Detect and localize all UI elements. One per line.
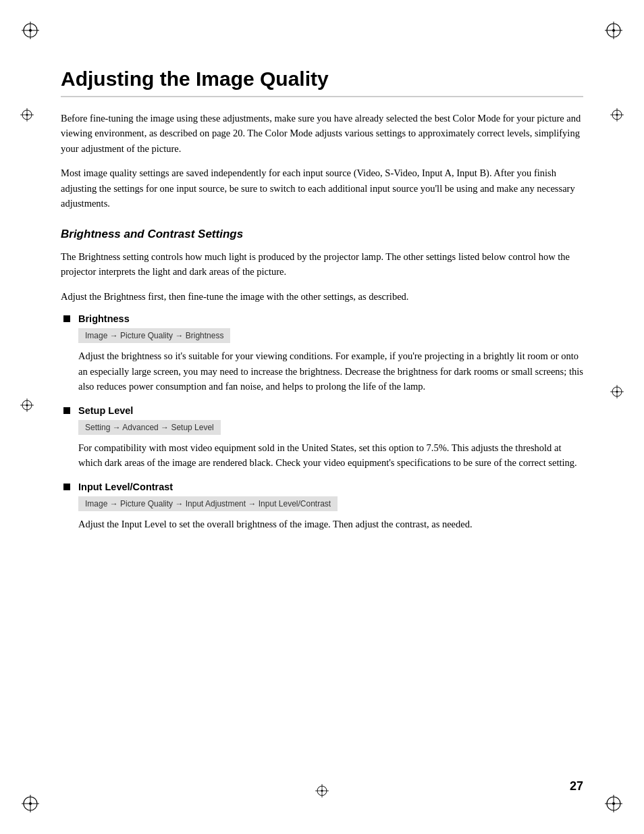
- menu-path-setup-level: Setting → Advanced → Setup Level: [78, 420, 221, 435]
- bullet-item-brightness: Brightness: [61, 313, 583, 324]
- bullet-description-brightness: Adjust the brightness so it's suitable f…: [78, 348, 583, 394]
- bullet-square-input-level: [63, 484, 70, 490]
- bullet-description-input-level: Adjust the Input Level to set the overal…: [78, 517, 583, 531]
- menu-path-brightness: Image → Picture Quality → Brightness: [78, 328, 230, 343]
- menu-path-input-level: Image → Picture Quality → Input Adjustme…: [78, 496, 338, 511]
- intro-paragraph-2: Most image quality settings are saved in…: [61, 165, 583, 211]
- page-title: Adjusting the Image Quality: [61, 68, 583, 97]
- bullet-square-setup-level: [63, 407, 70, 414]
- intro-paragraph-1: Before fine-tuning the image using these…: [61, 111, 583, 156]
- bullet-item-input-level: Input Level/Contrast: [61, 481, 583, 492]
- bullet-square-brightness: [63, 315, 70, 322]
- bullet-item-setup-level: Setup Level: [61, 405, 583, 416]
- bullet-description-setup-level: For compatibility with most video equipm…: [78, 440, 583, 471]
- bullet-label-brightness: Brightness: [78, 313, 130, 324]
- section-intro-1: The Brightness setting controls how much…: [61, 249, 583, 280]
- section-intro-2: Adjust the Brightness first, then fine-t…: [61, 289, 583, 304]
- bullet-section-setup-level: Setup Level Setting → Advanced → Setup L…: [61, 405, 583, 471]
- bullet-section-input-level: Input Level/Contrast Image → Picture Qua…: [61, 481, 583, 531]
- bullet-section-brightness: Brightness Image → Picture Quality → Bri…: [61, 313, 583, 394]
- section-heading: Brightness and Contrast Settings: [61, 228, 583, 241]
- bullet-label-setup-level: Setup Level: [78, 405, 133, 416]
- bullet-label-input-level: Input Level/Contrast: [78, 481, 173, 492]
